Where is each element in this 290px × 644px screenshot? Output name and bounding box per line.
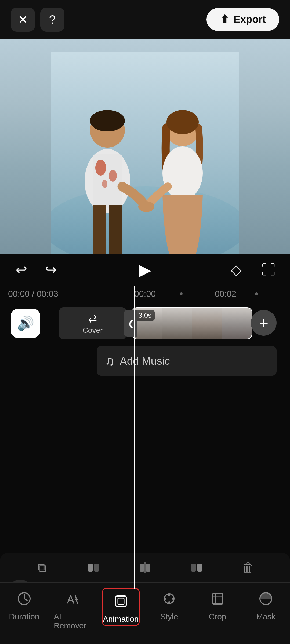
svg-point-1 (51, 186, 239, 254)
cover-clip-content: ⇄ Cover (83, 312, 103, 335)
svg-point-14 (138, 201, 154, 212)
svg-rect-18 (140, 564, 144, 572)
add-music-label: Add Music (120, 355, 170, 367)
cover-arrows-icon: ⇄ (88, 312, 97, 324)
time-display: 00:00 / 00:03 (8, 289, 58, 299)
split-right-tool-button[interactable] (184, 555, 209, 580)
clip-frame-2 (162, 308, 192, 339)
keyframe-icon[interactable]: ◇ (226, 259, 247, 280)
nav-item-duration[interactable]: Duration (5, 588, 43, 621)
animation-icon (110, 590, 132, 612)
mask-icon (255, 588, 277, 609)
top-bar-left: ✕ ? (11, 8, 64, 32)
svg-rect-15 (88, 564, 93, 572)
ruler-time-2: 00:02 (215, 289, 236, 299)
animation-label: Animation (103, 614, 139, 624)
svg-rect-30 (118, 598, 124, 604)
preview-area (0, 39, 290, 254)
svg-rect-19 (146, 564, 150, 572)
svg-rect-16 (94, 564, 99, 572)
nav-item-ai-remover[interactable]: AI Remover (54, 588, 91, 630)
expand-icon[interactable]: ⛶ (258, 259, 279, 280)
crop-icon (207, 588, 228, 609)
crop-label: Crop (209, 612, 226, 621)
clip-duration-badge: 3.0s (135, 310, 155, 321)
clip-strip: 3.0s (132, 308, 252, 339)
svg-point-35 (172, 598, 174, 600)
svg-point-33 (168, 601, 170, 603)
export-label: Export (234, 14, 266, 25)
controls-bar: ↩ ↪ ▶ ◇ ⛶ (0, 254, 290, 286)
clip-strip-container[interactable]: 3.0s (132, 307, 252, 339)
clip-frame-3 (192, 308, 222, 339)
svg-point-8 (102, 180, 107, 188)
view-controls: ◇ ⛶ (226, 259, 279, 280)
current-time: 00:00 (8, 289, 30, 299)
volume-button[interactable]: 🔊 (11, 309, 40, 338)
svg-point-13 (162, 146, 203, 200)
duration-icon (13, 588, 35, 609)
preview-image (51, 52, 239, 254)
svg-point-7 (109, 170, 117, 182)
copy-tool-button[interactable]: ⧉ (30, 555, 54, 580)
svg-rect-9 (93, 205, 106, 254)
svg-point-34 (164, 598, 166, 600)
add-music-strip[interactable]: ♫ Add Music (97, 346, 277, 376)
svg-rect-22 (197, 564, 202, 572)
export-icon: ⬆ (220, 13, 229, 26)
undo-button[interactable]: ↩ (11, 259, 32, 280)
playhead (134, 286, 135, 589)
close-button[interactable]: ✕ (11, 8, 35, 32)
delete-tool-button[interactable]: 🗑 (236, 555, 260, 580)
timeline-area (0, 254, 290, 589)
svg-rect-36 (212, 594, 223, 604)
ruler-dot-2 (255, 292, 258, 295)
ruler-dot-1 (180, 292, 183, 295)
playback-controls: ↩ ↪ (11, 259, 62, 280)
duration-label: Duration (9, 612, 39, 621)
total-time: 00:03 (37, 289, 58, 299)
clip-arrow-left[interactable]: ❮ (124, 310, 137, 337)
svg-rect-29 (116, 596, 126, 606)
ai-remover-label: AI Remover (54, 612, 91, 630)
split-left-tool-button[interactable] (81, 555, 106, 580)
nav-item-mask[interactable]: Mask (247, 588, 285, 621)
clip-frame-4 (222, 308, 252, 339)
cover-clip[interactable]: ⇄ Cover (59, 307, 126, 339)
help-button[interactable]: ? (40, 8, 64, 32)
bottom-nav: Duration AI Remover Animation Style Crop… (0, 582, 290, 644)
nav-item-style[interactable]: Style (150, 588, 188, 621)
style-label: Style (160, 612, 178, 621)
mask-label: Mask (256, 612, 276, 621)
redo-button[interactable]: ↪ (40, 259, 62, 280)
style-icon (158, 588, 180, 609)
play-control: ▶ (133, 258, 157, 282)
svg-rect-10 (109, 205, 122, 254)
ai-remover-icon (62, 588, 83, 609)
svg-rect-21 (191, 564, 196, 572)
svg-point-32 (168, 594, 170, 596)
ruler-mid-time: 00:00 (134, 289, 156, 299)
svg-point-6 (95, 160, 106, 176)
top-bar: ✕ ? ⬆ Export (0, 0, 290, 39)
play-button[interactable]: ▶ (133, 258, 157, 282)
add-clip-button[interactable]: + (251, 310, 277, 336)
svg-point-4 (90, 110, 125, 131)
nav-item-animation[interactable]: Animation (102, 588, 140, 626)
music-note-icon: ♫ (105, 354, 114, 368)
bottom-tools-strip: ⧉ 🗑 (0, 553, 290, 582)
time-sep: / (32, 289, 34, 299)
nav-item-crop[interactable]: Crop (199, 588, 236, 621)
split-center-tool-button[interactable] (133, 555, 157, 580)
svg-line-26 (24, 599, 27, 600)
export-button[interactable]: ⬆ Export (206, 8, 279, 31)
svg-point-12 (166, 110, 199, 134)
cover-label: Cover (83, 326, 103, 335)
timeline-ruler: 00:00 / 00:03 00:00 00:02 (0, 286, 290, 302)
